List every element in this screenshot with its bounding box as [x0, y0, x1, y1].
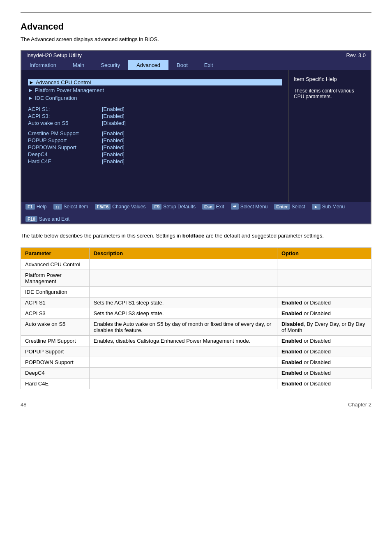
setting-auto-wake: Auto wake on S5 [Disabled] — [28, 120, 282, 126]
desc-cell: Enables, disables Calistoga Enhanced Pow… — [89, 335, 277, 346]
bios-content: ► Advanced CPU Control ► Platform Power … — [21, 70, 371, 202]
bios-simulator: InsydeH20 Setup Utility Rev. 3.0 Informa… — [21, 50, 371, 224]
nav-boot[interactable]: Boot — [168, 60, 196, 70]
menu-item-label: IDE Configuration — [35, 95, 77, 101]
menu-ide-config[interactable]: ► IDE Configuration — [28, 95, 282, 101]
footer-f5f6: F5/F6 Change Values — [95, 203, 146, 210]
key-arrow-right: ► — [312, 204, 321, 210]
option-cell: Enabled or Disabled — [277, 308, 371, 318]
desc-cell — [89, 270, 277, 286]
desc-cell — [89, 346, 277, 357]
table-row: Hard C4E Enabled or Disabled — [21, 378, 371, 389]
footer-f10: F10 Save and Exit — [25, 216, 69, 222]
menu-item-label: Advanced CPU Control — [36, 79, 91, 85]
footer-f9: F9 Setup Defaults — [152, 203, 196, 210]
col-parameter: Parameter — [21, 247, 90, 259]
desc-cell — [89, 357, 277, 367]
setting-acpi-s3: ACPI S3: [Enabled] — [28, 113, 282, 119]
page-footer: 48 Chapter 2 — [21, 401, 371, 408]
setting-acpi-s1: ACPI S1: [Enabled] — [28, 106, 282, 112]
table-row: DeepC4 Enabled or Disabled — [21, 367, 371, 378]
footer-page-number: 48 — [21, 401, 26, 408]
bios-header-title: InsydeH20 Setup Utility — [26, 52, 82, 58]
key-f5f6: F5/F6 — [95, 204, 111, 210]
arrow-icon: ► — [29, 79, 34, 85]
nav-information[interactable]: Information — [21, 60, 65, 70]
desc-cell: Sets the ACPI S1 sleep state. — [89, 297, 277, 308]
param-cell: Advanced CPU Control — [21, 259, 90, 270]
page-title: Advanced — [21, 21, 371, 32]
menu-item-label: Platform Power Management — [35, 87, 104, 93]
desc-cell: Sets the ACPI S3 sleep state. — [89, 308, 277, 318]
param-cell: Hard C4E — [21, 378, 90, 389]
desc-cell: Enables the Auto wake on S5 by day of mo… — [89, 318, 277, 335]
param-cell: POPUP Support — [21, 346, 90, 357]
setting-hard-c4e: Hard C4E [Enabled] — [28, 158, 282, 164]
table-row: POPUP Support Enabled or Disabled — [21, 346, 371, 357]
footer-enter-menu: ↵ Select Menu — [231, 203, 268, 210]
key-enter: Enter — [274, 204, 290, 210]
nav-main[interactable]: Main — [65, 60, 92, 70]
option-cell: Enabled or Disabled — [277, 297, 371, 308]
param-cell: ACPI S1 — [21, 297, 90, 308]
desc-cell — [89, 259, 277, 270]
menu-platform-power[interactable]: ► Platform Power Management — [28, 87, 282, 93]
intro-text: The Advanced screen displays advanced se… — [21, 36, 371, 42]
help-title: Item Specific Help — [294, 76, 366, 82]
desc-cell — [89, 367, 277, 378]
footer-arrows: ↑↓ Select Item — [53, 203, 88, 210]
param-cell: ACPI S3 — [21, 308, 90, 318]
table-row: ACPI S3 Sets the ACPI S3 sleep state. En… — [21, 308, 371, 318]
param-cell: POPDOWN Support — [21, 357, 90, 367]
nav-advanced[interactable]: Advanced — [128, 60, 168, 70]
table-row: Platform Power Management — [21, 270, 371, 286]
option-cell: Disabled, By Every Day, or By Day of Mon… — [277, 318, 371, 335]
key-enter-menu: ↵ — [231, 203, 239, 210]
footer-chapter: Chapter 2 — [348, 401, 371, 408]
key-f9: F9 — [152, 204, 161, 210]
table-row: ACPI S1 Sets the ACPI S1 sleep state. En… — [21, 297, 371, 308]
nav-exit[interactable]: Exit — [196, 60, 221, 70]
key-f10: F10 — [25, 216, 37, 222]
footer-f1: F1 Help — [25, 203, 47, 210]
param-cell: DeepC4 — [21, 367, 90, 378]
setting-deepc4: DeepC4 [Enabled] — [28, 151, 282, 157]
footer-enter-select: Enter Select — [274, 203, 305, 210]
table-row: Crestline PM Support Enables, disables C… — [21, 335, 371, 346]
setting-popup: POPUP Support [Enabled] — [28, 137, 282, 143]
key-f1: F1 — [25, 204, 35, 210]
arrow-icon: ► — [28, 95, 33, 101]
bios-main-panel: ► Advanced CPU Control ► Platform Power … — [21, 70, 288, 202]
bios-nav: Information Main Security Advanced Boot … — [21, 60, 371, 70]
nav-security[interactable]: Security — [92, 60, 128, 70]
param-cell: IDE Configuration — [21, 286, 90, 297]
bios-header: InsydeH20 Setup Utility Rev. 3.0 — [21, 51, 371, 60]
description-text: The table below describes the parameters… — [21, 232, 371, 240]
desc-cell — [89, 378, 277, 389]
footer-esc: Esc Exit — [202, 203, 224, 210]
param-cell: Platform Power Management — [21, 270, 90, 286]
arrow-icon: ► — [28, 87, 33, 93]
setting-popdown: POPDOWN Support [Enabled] — [28, 144, 282, 150]
parameter-table: Parameter Description Option Advanced CP… — [21, 247, 371, 389]
option-cell: Enabled or Disabled — [277, 378, 371, 389]
help-text: These items control various CPU paramete… — [294, 88, 366, 99]
option-cell: Enabled or Disabled — [277, 367, 371, 378]
param-cell: Crestline PM Support — [21, 335, 90, 346]
table-row: IDE Configuration — [21, 286, 371, 297]
option-cell: Enabled or Disabled — [277, 335, 371, 346]
option-cell — [277, 259, 371, 270]
table-row: POPDOWN Support Enabled or Disabled — [21, 357, 371, 367]
option-cell: Enabled or Disabled — [277, 346, 371, 357]
menu-advanced-cpu[interactable]: ► Advanced CPU Control — [28, 79, 282, 85]
footer-submenu: ► Sub-Menu — [312, 203, 345, 210]
option-cell — [277, 270, 371, 286]
option-cell: Enabled or Disabled — [277, 357, 371, 367]
table-row: Advanced CPU Control — [21, 259, 371, 270]
setting-crestline: Crestline PM Support [Enabled] — [28, 130, 282, 136]
table-row: Auto wake on S5 Enables the Auto wake on… — [21, 318, 371, 335]
desc-cell — [89, 286, 277, 297]
bios-footer: F1 Help ↑↓ Select Item F5/F6 Change Valu… — [21, 202, 371, 224]
option-cell — [277, 286, 371, 297]
col-description: Description — [89, 247, 277, 259]
